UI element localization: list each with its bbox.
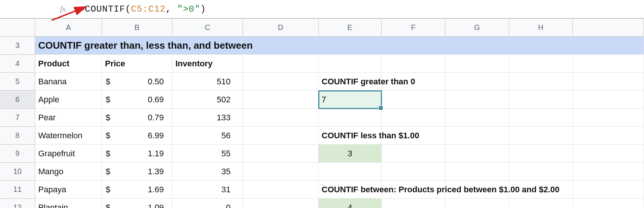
cell-F9[interactable] [382,145,445,163]
cell-C10[interactable]: 35 [172,163,243,181]
spreadsheet-grid[interactable]: A B C D E F G H 3 COUNTIF greater than, … [0,19,644,208]
cell-B8[interactable]: $6.99 [102,127,172,145]
cell-end5[interactable] [573,73,644,91]
cell-E11[interactable]: COUNTIF between: Products priced between… [319,181,382,199]
col-header-A[interactable]: A [35,19,102,37]
cell-end12[interactable] [573,199,644,208]
cell-H8[interactable] [509,127,573,145]
cell-D9[interactable] [243,145,319,163]
cell-B5[interactable]: $0.50 [102,73,172,91]
row-header-12[interactable]: 12 [0,199,35,208]
cell-G8[interactable] [445,127,509,145]
col-header-B[interactable]: B [102,19,172,37]
cell-F4[interactable] [382,55,445,73]
cell-A6[interactable]: Apple [35,91,102,109]
cell-E3[interactable] [319,37,382,55]
cell-C4[interactable]: Inventory [172,55,243,73]
cell-C5[interactable]: 510 [172,73,243,91]
col-header-F[interactable]: F [382,19,445,37]
cell-H6[interactable] [509,91,573,109]
cell-end9[interactable] [573,145,644,163]
cell-H5[interactable] [509,73,573,91]
cell-end8[interactable] [573,127,644,145]
col-header-G[interactable]: G [445,19,509,37]
cell-H7[interactable] [509,109,573,127]
cell-A4[interactable]: Product [35,55,102,73]
cell-end4[interactable] [573,55,644,73]
cell-E6-selected[interactable]: 7 [319,91,382,109]
cell-G12[interactable] [445,199,509,208]
cell-B10[interactable]: $1.39 [102,163,172,181]
cell-E12[interactable]: 4 [319,199,382,208]
cell-A11[interactable]: Papaya [35,181,102,199]
corner-cell[interactable] [0,19,35,37]
cell-G10[interactable] [445,163,509,181]
cell-F6[interactable] [382,91,445,109]
cell-D7[interactable] [243,109,319,127]
cell-A10[interactable]: Mango [35,163,102,181]
row-header-10[interactable]: 10 [0,163,35,181]
cell-D8[interactable] [243,127,319,145]
cell-G6[interactable] [445,91,509,109]
cell-D5[interactable] [243,73,319,91]
cell-A9[interactable]: Grapefruit [35,145,102,163]
cell-F3[interactable] [382,37,445,55]
cell-B7[interactable]: $0.79 [102,109,172,127]
cell-D10[interactable] [243,163,319,181]
cell-B6[interactable]: $0.69 [102,91,172,109]
cell-H10[interactable] [509,163,573,181]
row-header-8[interactable]: 8 [0,127,35,145]
cell-end10[interactable] [573,163,644,181]
cell-B4[interactable]: Price [102,55,172,73]
cell-A7[interactable]: Pear [35,109,102,127]
cell-G5[interactable] [445,73,509,91]
row-header-11[interactable]: 11 [0,181,35,199]
row-header-5[interactable]: 5 [0,73,35,91]
cell-end3[interactable] [573,37,644,55]
cell-C11[interactable]: 31 [172,181,243,199]
cell-B12[interactable]: $1.09 [102,199,172,208]
col-header-E[interactable]: E [319,19,382,37]
cell-E10[interactable] [319,163,382,181]
cell-C8[interactable]: 56 [172,127,243,145]
formula-bar[interactable]: fx =COUNTIF(C5:C12, ">0") [0,0,644,19]
cell-end6[interactable] [573,91,644,109]
cell-D4[interactable] [243,55,319,73]
cell-G4[interactable] [445,55,509,73]
cell-H4[interactable] [509,55,573,73]
col-header-D[interactable]: D [243,19,319,37]
cell-E9[interactable]: 3 [319,145,382,163]
row-header-3[interactable]: 3 [0,37,35,55]
cell-B9[interactable]: $1.19 [102,145,172,163]
cell-H9[interactable] [509,145,573,163]
cell-B11[interactable]: $1.69 [102,181,172,199]
cell-H12[interactable] [509,199,573,208]
cell-C6[interactable]: 502 [172,91,243,109]
cell-E7[interactable] [319,109,382,127]
cell-H3[interactable] [509,37,573,55]
cell-C12[interactable]: 0 [172,199,243,208]
row-header-7[interactable]: 7 [0,109,35,127]
cell-A8[interactable]: Watermelon [35,127,102,145]
cell-A5[interactable]: Banana [35,73,102,91]
cell-G3[interactable] [445,37,509,55]
col-header-C[interactable]: C [172,19,243,37]
cell-D12[interactable] [243,199,319,208]
col-header-H[interactable]: H [509,19,573,37]
cell-E4[interactable] [319,55,382,73]
row-header-6[interactable]: 6 [0,91,35,109]
row-header-9[interactable]: 9 [0,145,35,163]
cell-F7[interactable] [382,109,445,127]
cell-E5[interactable]: COUNTIF greater than 0 [319,73,382,91]
cell-E8[interactable]: COUNTIF less than $1.00 [319,127,382,145]
cell-A12[interactable]: Plantain [35,199,102,208]
row-header-4[interactable]: 4 [0,55,35,73]
cell-D3[interactable] [243,37,319,55]
cell-D6[interactable] [243,91,319,109]
cell-end7[interactable] [573,109,644,127]
cell-end11[interactable] [573,181,644,199]
col-header-end[interactable] [573,19,644,37]
cell-A3[interactable]: COUNTIF greater than, less than, and bet… [35,37,102,55]
cell-F10[interactable] [382,163,445,181]
formula-text[interactable]: =COUNTIF(C5:C12, ">0") [79,4,206,14]
